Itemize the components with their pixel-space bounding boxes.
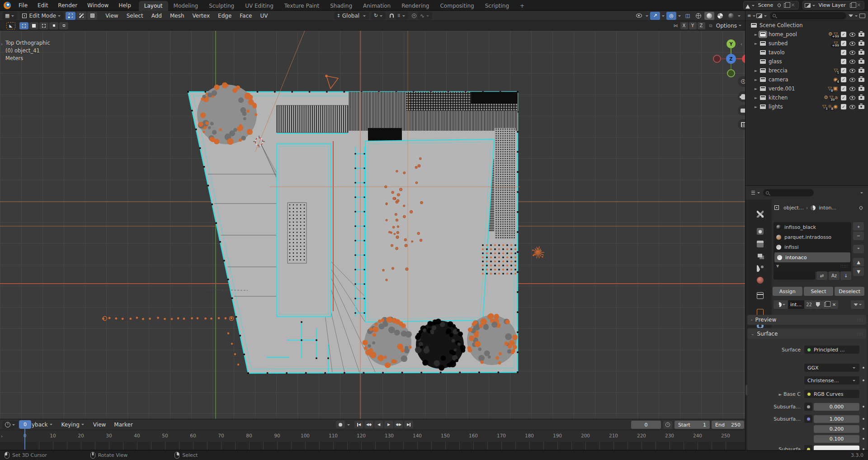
menu-help[interactable]: Help: [113, 0, 136, 11]
animate-dot[interactable]: [863, 379, 864, 381]
properties-search-input[interactable]: [763, 189, 814, 196]
new-view-layer-icon[interactable]: [850, 3, 854, 8]
active-tool-tweak-icon[interactable]: ◣: [6, 22, 15, 29]
select-subtract-button[interactable]: [39, 22, 48, 29]
list-filter-toggle[interactable]: ▼: [776, 264, 779, 268]
radius-value-1[interactable]: 0.200: [814, 425, 859, 433]
exclude-checkbox[interactable]: ✓: [841, 86, 846, 91]
exclude-checkbox[interactable]: ✓: [841, 77, 846, 82]
play-button[interactable]: ▶: [384, 421, 393, 428]
move-slot-down-button[interactable]: ▼: [853, 267, 864, 276]
select-intersect-button[interactable]: [59, 22, 68, 29]
material-users-button[interactable]: 22: [804, 300, 814, 309]
menu-add[interactable]: Add: [147, 13, 166, 19]
tab-sculpting[interactable]: Sculpting: [203, 1, 240, 11]
sidebar-toggle-arrow[interactable]: ‹: [741, 42, 742, 47]
disable-render-camera-icon[interactable]: [859, 51, 864, 55]
select-button[interactable]: Select: [804, 287, 834, 296]
breadcrumb-material[interactable]: inton…: [819, 205, 836, 211]
transform-orientation-dropdown[interactable]: ↕ Global: [334, 12, 369, 20]
exclude-checkbox[interactable]: ✓: [841, 95, 846, 100]
menu-vertex[interactable]: Vertex: [189, 13, 214, 19]
material-slot-intonaco[interactable]: intonaco: [774, 252, 850, 262]
sss-method-dropdown[interactable]: Christense…: [804, 376, 859, 384]
disable-render-camera-icon[interactable]: [859, 78, 864, 82]
menu-window[interactable]: Window: [82, 0, 113, 11]
scene-selector[interactable]: Scene ✕: [743, 1, 799, 9]
outliner-search-input[interactable]: [770, 12, 846, 19]
blender-logo-icon[interactable]: [4, 2, 11, 9]
animate-dot[interactable]: [863, 448, 864, 450]
outliner-row-glass[interactable]: glass✓: [745, 57, 868, 66]
show-gizmo-button[interactable]: ↗: [650, 12, 660, 20]
menu-select[interactable]: Select: [123, 13, 147, 19]
expand-arrow[interactable]: ►: [755, 42, 759, 46]
options-dropdown[interactable]: Options: [716, 23, 742, 29]
properties-tab-scene[interactable]: [755, 263, 765, 274]
mode-dropdown[interactable]: Edit Mode: [20, 12, 64, 20]
material-slot-infissi[interactable]: infissi: [774, 242, 851, 252]
distribution-dropdown[interactable]: GGX: [804, 364, 859, 372]
filter-invert-button[interactable]: ⇄: [816, 271, 827, 280]
proportional-edit-toggle[interactable]: [412, 14, 416, 18]
shading-wireframe-button[interactable]: [693, 12, 703, 20]
timeline-expand-arrow[interactable]: ›: [1, 434, 3, 439]
snap-options-icon[interactable]: ⧉: [709, 23, 712, 28]
list-resize-grip[interactable]: :::::: [840, 264, 849, 268]
gizmo-negx-axis[interactable]: [713, 55, 721, 63]
animate-dot[interactable]: [863, 428, 864, 430]
playhead-line[interactable]: [24, 428, 25, 450]
disable-render-camera-icon[interactable]: [859, 60, 864, 64]
add-workspace-button[interactable]: +: [514, 1, 530, 11]
shading-material-button[interactable]: [715, 12, 725, 20]
object-visibility-dropdown[interactable]: [634, 12, 644, 20]
editor-type-button[interactable]: ▦: [3, 12, 17, 20]
edge-select-button[interactable]: [76, 12, 86, 20]
outliner-row-lights[interactable]: ►lights▽3☼8◉✓: [745, 102, 868, 111]
vertex-select-button[interactable]: [66, 12, 75, 20]
menu-marker[interactable]: Marker: [110, 422, 137, 428]
end-frame-field[interactable]: End250: [712, 421, 744, 429]
jump-to-end-button[interactable]: ▶: [404, 421, 413, 428]
gizmo-y-axis[interactable]: Y: [726, 39, 736, 48]
hide-eye-icon[interactable]: [849, 33, 855, 37]
subsurface-input-button[interactable]: [804, 403, 812, 411]
expand-arrow[interactable]: ►: [755, 69, 759, 73]
menu-uv[interactable]: UV: [256, 13, 272, 19]
breadcrumb-object[interactable]: object…: [781, 205, 806, 211]
expand-arrow[interactable]: ►: [755, 33, 759, 37]
gizmo-z-axis[interactable]: Z: [726, 54, 736, 64]
disable-render-camera-icon[interactable]: [859, 87, 864, 91]
tab-scripting[interactable]: Scripting: [480, 1, 514, 11]
exclude-checkbox[interactable]: ✓: [841, 68, 846, 73]
properties-tab-render[interactable]: [755, 226, 765, 237]
properties-editor-icon[interactable]: ☰: [751, 190, 755, 196]
tab-shading[interactable]: Shading: [325, 1, 358, 11]
material-filter-dropdown[interactable]: [851, 300, 864, 309]
menu-mesh[interactable]: Mesh: [166, 13, 189, 19]
hide-eye-icon[interactable]: [849, 96, 855, 100]
pin-id-icon[interactable]: [859, 205, 863, 210]
animate-dot[interactable]: [863, 418, 864, 420]
snap-target-dropdown[interactable]: ⠿: [395, 12, 408, 20]
copy-material-button[interactable]: [822, 300, 830, 309]
timeline-editor-type-button[interactable]: [3, 421, 18, 429]
surface-panel-header[interactable]: ⌄Surface ::::: [747, 329, 866, 339]
tab-compositing[interactable]: Compositing: [434, 1, 479, 11]
disable-render-camera-icon[interactable]: [859, 105, 864, 109]
sort-reverse-button[interactable]: ↓: [840, 271, 851, 280]
sss-color-input-button[interactable]: [804, 445, 812, 450]
exclude-checkbox[interactable]: ✓: [841, 50, 846, 55]
timeline-ruler[interactable]: 0102030405060708090100110120130140150160…: [0, 430, 745, 442]
base-color-button[interactable]: RGB Curves: [804, 390, 859, 398]
menu-file[interactable]: File: [14, 0, 33, 11]
new-collection-icon[interactable]: [859, 14, 865, 18]
slot-specials-dropdown[interactable]: [853, 245, 864, 253]
outliner-row-kitchen[interactable]: ►kitchen⚙▽39a✓: [745, 93, 868, 102]
expand-arrow[interactable]: ►: [755, 105, 759, 109]
radius-input-button[interactable]: [804, 415, 812, 423]
toolbar-expand-arrow[interactable]: ›: [1, 42, 3, 47]
list-search-input[interactable]: [774, 271, 815, 280]
filter-funnel-icon[interactable]: [849, 14, 853, 17]
shading-solid-button[interactable]: [704, 12, 714, 20]
